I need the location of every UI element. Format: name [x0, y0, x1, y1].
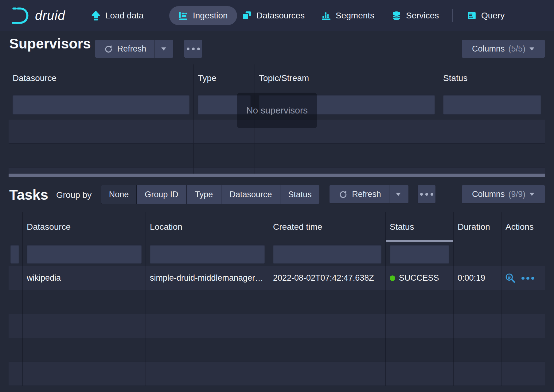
group-by-none-button[interactable]: None: [101, 185, 137, 204]
supervisors-header-row: Datasource Type Topic/Stream Status: [9, 64, 545, 92]
table-row: [9, 144, 545, 167]
task-duration-cell: 0:00:19: [453, 266, 501, 290]
druid-logo-icon: [11, 6, 30, 25]
status-success-dot: [390, 275, 395, 281]
tasks-header-created-time[interactable]: Created time: [269, 212, 385, 242]
task-detail-search-icon[interactable]: [505, 273, 516, 284]
tasks-filter-created-time-input[interactable]: [273, 244, 382, 264]
supervisors-title: Supervisors: [9, 35, 91, 52]
nav-item-label: Load data: [105, 11, 144, 21]
sort-indicator: [386, 240, 453, 242]
nav-item-segments[interactable]: Segments: [321, 0, 374, 31]
tasks-header-expander: [9, 212, 22, 242]
task-status-cell: SUCCESS: [385, 266, 453, 290]
nav-item-services[interactable]: Services: [392, 0, 439, 31]
tasks-refresh-split-button: Refresh: [330, 185, 408, 203]
tasks-filter-datasource-input[interactable]: [26, 244, 142, 264]
tasks-columns-button[interactable]: Columns (9/9): [462, 185, 545, 203]
supervisors-refresh-split-button: Refresh: [95, 40, 173, 58]
bar-chart-icon: [178, 11, 188, 21]
tasks-more-button[interactable]: [418, 185, 435, 203]
columns-count: (5/5): [509, 44, 526, 54]
tasks-header-datasource[interactable]: Datasource: [22, 212, 146, 242]
group-by-datasource-button[interactable]: Datasource: [221, 185, 280, 204]
tasks-header-row: Datasource Location Created time Status …: [9, 212, 545, 242]
refresh-label: Refresh: [352, 190, 381, 199]
columns-label: Columns: [472, 44, 505, 54]
druid-logo[interactable]: druid: [11, 0, 65, 31]
upload-icon: [91, 11, 101, 21]
supervisors-header-topic-stream[interactable]: Topic/Stream: [255, 64, 439, 92]
task-actions-cell: [501, 266, 545, 290]
chevron-down-icon: [529, 192, 535, 196]
task-created-time-cell: 2022-08-02T07:42:47.638Z: [269, 266, 385, 290]
layers-icon: [242, 11, 252, 21]
tasks-filter-row: [9, 242, 545, 266]
table-row: [9, 167, 545, 174]
group-by-group-id-button[interactable]: Group ID: [137, 185, 187, 204]
nav-item-label: Services: [406, 11, 439, 21]
tasks-header-actions[interactable]: Actions: [501, 212, 545, 242]
nav-item-datasources[interactable]: Datasources: [242, 0, 305, 31]
nav-divider: [452, 9, 453, 22]
supervisors-refresh-button[interactable]: Refresh: [96, 40, 154, 58]
tasks-filter-status-input[interactable]: [389, 244, 450, 264]
tasks-filter-expander-input[interactable]: [10, 244, 19, 264]
task-row-wikipedia[interactable]: wikipedia simple-druid-middlemanager… 20…: [9, 266, 545, 290]
nav-item-label: Datasources: [256, 11, 305, 21]
supervisors-filter-datasource-input[interactable]: [12, 94, 190, 115]
tasks-header-status[interactable]: Status: [385, 212, 453, 242]
no-supervisors-message: No supervisors: [237, 93, 317, 128]
supervisors-header-status[interactable]: Status: [439, 64, 545, 92]
refresh-icon: [338, 190, 348, 199]
tasks-table: Datasource Location Created time Status …: [9, 212, 545, 392]
more-icon: [420, 193, 433, 196]
nav-item-label: Query: [481, 11, 505, 21]
group-by-segmented-control: None Group ID Type Datasource Status: [101, 185, 319, 204]
segments-icon: [321, 11, 331, 21]
chevron-down-icon: [161, 47, 166, 51]
columns-label: Columns: [472, 190, 505, 199]
table-row: [9, 314, 545, 338]
top-navbar: druid Load data Ing: [0, 0, 554, 31]
task-location-cell: simple-druid-middlemanager…: [146, 266, 269, 290]
table-row: [9, 290, 545, 314]
columns-count: (9/9): [509, 190, 526, 199]
supervisors-header-type[interactable]: Type: [193, 64, 255, 92]
database-icon: [392, 11, 401, 21]
status-label: SUCCESS: [399, 273, 439, 283]
supervisors-more-button[interactable]: [184, 40, 202, 58]
supervisors-refresh-caret-button[interactable]: [154, 40, 173, 58]
group-by-type-button[interactable]: Type: [187, 185, 221, 204]
tasks-header-location[interactable]: Location: [146, 212, 269, 242]
nav-item-label: Ingestion: [193, 11, 228, 21]
table-row: [9, 338, 545, 362]
supervisors-filter-status-input[interactable]: [443, 94, 541, 115]
nav-item-ingestion[interactable]: Ingestion: [169, 6, 237, 25]
tasks-refresh-button[interactable]: Refresh: [330, 185, 389, 203]
druid-console: druid Load data Ing: [0, 0, 554, 392]
supervisors-columns-button[interactable]: Columns (5/5): [462, 40, 545, 58]
chevron-down-icon: [529, 47, 535, 51]
table-row: [9, 362, 545, 386]
nav-item-label: Segments: [336, 11, 374, 21]
tasks-title: Tasks: [9, 186, 48, 203]
group-by-label: Group by: [56, 190, 92, 200]
nav-item-query[interactable]: Query: [467, 0, 505, 31]
document-icon: [467, 11, 477, 21]
tasks-filter-location-input[interactable]: [150, 244, 265, 264]
tasks-refresh-caret-button[interactable]: [389, 185, 408, 203]
header-label: Status: [390, 222, 414, 232]
section-resize-handle[interactable]: [9, 174, 545, 177]
group-by-status-button[interactable]: Status: [280, 185, 319, 204]
brand-name: druid: [35, 8, 65, 23]
supervisors-header-datasource[interactable]: Datasource: [9, 64, 193, 92]
tasks-header-duration[interactable]: Duration: [453, 212, 501, 242]
more-icon: [187, 48, 200, 50]
task-datasource-cell: wikipedia: [22, 266, 146, 290]
refresh-icon: [104, 44, 113, 53]
nav-divider: [78, 9, 78, 22]
nav-item-load-data[interactable]: Load data: [91, 0, 144, 31]
chevron-down-icon: [396, 192, 401, 196]
task-actions-more-icon[interactable]: [521, 277, 534, 280]
